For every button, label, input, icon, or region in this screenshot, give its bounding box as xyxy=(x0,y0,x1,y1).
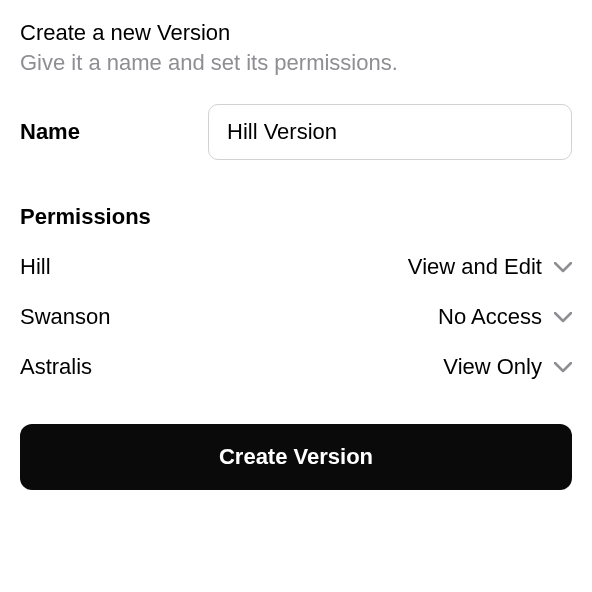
permission-name: Astralis xyxy=(20,354,92,380)
chevron-down-icon xyxy=(554,262,572,273)
permission-value: View Only xyxy=(443,354,542,380)
permission-value: View and Edit xyxy=(408,254,542,280)
permission-name: Hill xyxy=(20,254,51,280)
chevron-down-icon xyxy=(554,312,572,323)
permission-select-hill[interactable]: View and Edit xyxy=(408,254,572,280)
dialog-title: Create a new Version xyxy=(20,20,572,46)
permission-select-swanson[interactable]: No Access xyxy=(438,304,572,330)
permission-row-hill: Hill View and Edit xyxy=(20,254,572,280)
name-label: Name xyxy=(20,119,208,145)
permission-value: No Access xyxy=(438,304,542,330)
name-row: Name xyxy=(20,104,572,160)
chevron-down-icon xyxy=(554,362,572,373)
name-input[interactable] xyxy=(208,104,572,160)
permission-row-astralis: Astralis View Only xyxy=(20,354,572,380)
permission-name: Swanson xyxy=(20,304,111,330)
create-version-button[interactable]: Create Version xyxy=(20,424,572,490)
permissions-header: Permissions xyxy=(20,204,572,230)
permission-row-swanson: Swanson No Access xyxy=(20,304,572,330)
permission-select-astralis[interactable]: View Only xyxy=(443,354,572,380)
dialog-subtitle: Give it a name and set its permissions. xyxy=(20,50,572,76)
